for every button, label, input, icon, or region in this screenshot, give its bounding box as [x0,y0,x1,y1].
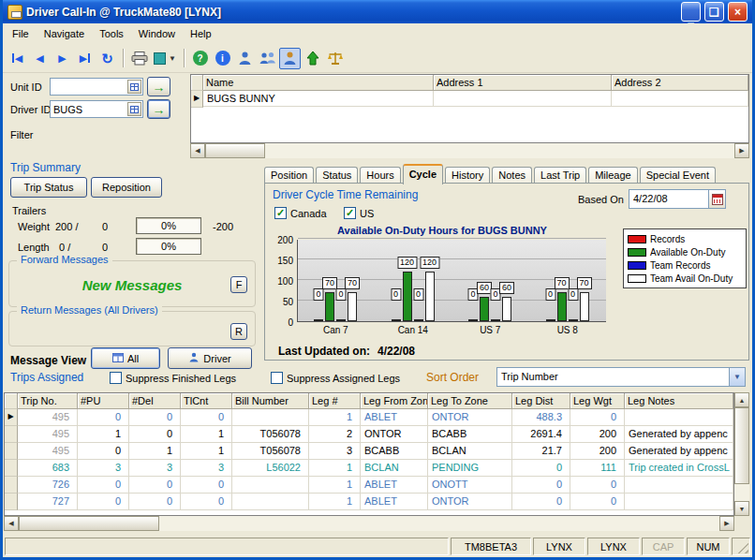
scroll-thumb[interactable] [734,407,749,484]
table-row[interactable]: 495101T0560782ONTORBCABB2691.4200Generat… [5,426,733,443]
driver-group-icon[interactable] [257,48,278,69]
column-header-tlcnt[interactable]: TlCnt [181,393,232,409]
legend-label: Records [650,234,685,244]
sort-order-dropdown[interactable]: Trip Number ▼ [496,367,746,387]
canada-checkbox[interactable]: ✓ [274,207,287,219]
driver-callin-active-icon[interactable] [279,48,301,69]
driver-lookup-icon[interactable] [127,102,141,116]
scroll-track[interactable] [159,516,719,531]
reposition-button[interactable]: Reposition [91,177,162,198]
resize-grip[interactable] [736,541,748,553]
menu-navigate[interactable]: Navigate [37,25,92,42]
column-header-bill-number[interactable]: Bill Number [232,393,309,409]
scroll-left-icon[interactable]: ◀ [4,516,19,531]
menu-tools[interactable]: Tools [92,25,131,42]
column-header-trip-no-[interactable]: Trip No. [18,393,78,409]
column-header-address-2[interactable]: Address 2 [612,75,748,91]
tab-status[interactable]: Status [316,167,358,184]
table-row[interactable]: ▶4950001ABLETONTOR488.30 [5,409,733,426]
first-record-icon[interactable]: ◀ [7,48,28,69]
menu-window[interactable]: Window [131,25,183,42]
legend-swatch [628,248,646,257]
sort-order-value[interactable]: Trip Number [497,368,729,386]
column-header-leg-wgt[interactable]: Leg Wgt [570,393,625,409]
export-dropdown-icon[interactable]: ▼ [151,48,179,69]
scroll-track[interactable] [734,484,749,501]
column-header-leg-to-zone[interactable]: Leg To Zone [428,393,512,409]
cell: 0 [78,477,129,494]
tab-hours[interactable]: Hours [360,167,400,184]
scroll-down-icon[interactable]: ▼ [734,501,749,516]
tab-last-trip[interactable]: Last Trip [534,167,586,184]
check-in-icon[interactable] [302,48,323,69]
scroll-thumb[interactable] [19,516,159,531]
column-header-address-1[interactable]: Address 1 [434,75,612,91]
refresh-icon[interactable]: ↻ [96,48,118,69]
driver-icon[interactable] [234,48,256,69]
cell: 495 [18,409,78,426]
print-icon[interactable] [128,48,150,69]
cell: 726 [18,477,78,494]
driver-go-button[interactable]: → [147,99,170,119]
column-header-leg-dist[interactable]: Leg Dist [512,393,570,409]
scroll-left-icon[interactable]: ◀ [190,143,205,158]
based-on-date-field[interactable]: 4/22/08 [629,189,726,209]
menu-help[interactable]: Help [183,25,219,42]
cell: 0 [512,460,570,477]
minimize-button[interactable]: _ [681,2,701,22]
tab-notes[interactable]: Notes [492,167,532,184]
tab-position[interactable]: Position [264,167,314,184]
column-header-leg-[interactable]: Leg # [309,393,361,409]
column-header-leg-notes[interactable]: Leg Notes [625,393,733,409]
tab-history[interactable]: History [445,167,490,184]
table-row[interactable]: 683333L560221BCLANPENDING0111Trip create… [5,460,733,477]
tab-mileage[interactable]: Mileage [588,167,638,184]
tab-cycle[interactable]: Cycle [403,164,443,184]
info-circle-icon[interactable]: i [212,48,233,69]
suppress-finished-checkbox[interactable] [110,372,122,384]
column-header-leg-from-zone[interactable]: Leg From Zone [361,393,428,409]
forward-messages-button[interactable]: F [230,276,247,293]
suppress-assigned-checkbox[interactable] [271,372,283,384]
trips-vscrollbar[interactable]: ▲ ▼ [734,392,749,516]
cell: 21.7 [512,443,570,460]
calendar-icon[interactable] [708,190,725,208]
column-header--del[interactable]: #Del [129,393,181,409]
trips-hscrollbar[interactable]: ◀ ▶ [4,516,734,531]
scroll-right-icon[interactable]: ▶ [719,516,734,531]
scroll-up-icon[interactable]: ▲ [734,392,749,407]
close-button[interactable]: × [728,2,748,22]
cell: ONOTT [428,477,512,494]
next-record-icon[interactable]: ▶ [52,48,73,69]
menu-file[interactable]: File [5,25,37,42]
table-row[interactable]: ▶BUGS BUNNY [191,91,748,108]
previous-record-icon[interactable]: ◀ [29,48,51,69]
table-row[interactable]: 7270001ABLETONTOR00 [5,494,733,510]
cell: ABLET [361,409,428,426]
scales-icon[interactable] [324,48,346,69]
message-view-driver-button[interactable]: Driver [168,347,252,369]
cell: 0 [181,409,232,426]
trip-status-button[interactable]: Trip Status [10,177,87,198]
help-circle-icon[interactable]: ? [189,48,211,69]
unit-go-button[interactable]: → [147,77,170,96]
table-row[interactable]: 7260001ABLETONOTT00 [5,477,733,494]
chevron-down-icon[interactable]: ▼ [729,368,745,386]
scroll-track[interactable] [265,143,734,158]
x-axis-label: Can 14 [398,325,428,335]
cell: 1 [129,443,181,460]
table-row[interactable]: 495011T0560783BCABBBCLAN21.7200Generated… [5,443,733,460]
maximize-button[interactable]: ❑ [704,2,724,22]
scroll-right-icon[interactable]: ▶ [734,143,749,158]
column-header--pu[interactable]: #PU [78,393,129,409]
tab-special-event[interactable]: Special Event [640,167,716,184]
unit-lookup-icon[interactable] [127,80,141,94]
last-record-icon[interactable]: ▶ [74,48,96,69]
name-grid-hscrollbar[interactable]: ◀ ▶ [190,143,749,158]
column-header-name[interactable]: Name [203,75,434,91]
based-on-date-value[interactable]: 4/22/08 [629,190,708,208]
scroll-thumb[interactable] [205,143,265,158]
return-messages-button[interactable]: R [230,323,247,340]
message-view-all-button[interactable]: All [91,347,160,369]
us-checkbox[interactable]: ✓ [344,207,356,219]
